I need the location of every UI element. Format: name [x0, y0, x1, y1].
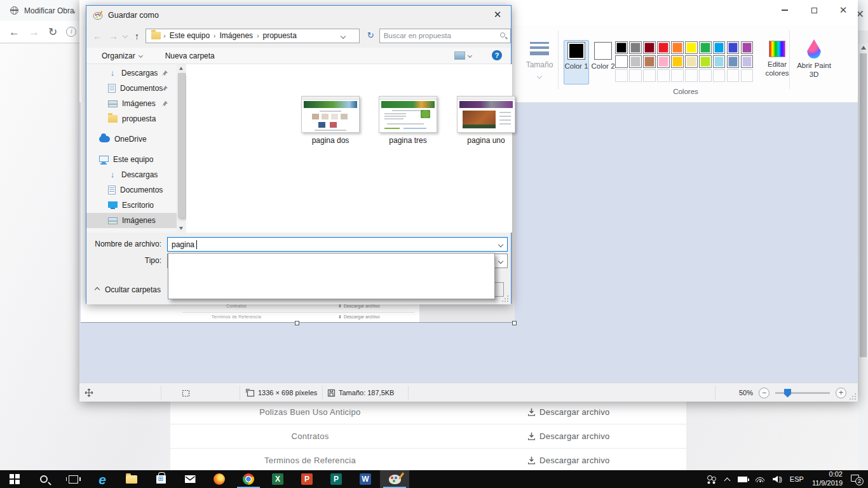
palette-swatch[interactable]: [643, 41, 656, 54]
palette-empty-slot[interactable]: [685, 69, 698, 82]
minimize-button[interactable]: [770, 0, 799, 20]
close-button[interactable]: ✕: [829, 0, 858, 20]
palette-swatch[interactable]: [629, 41, 642, 54]
nav-forward-button[interactable]: →: [109, 30, 118, 41]
task-view-button[interactable]: [58, 470, 88, 488]
file-item-pagina-uno[interactable]: pagina uno: [451, 96, 521, 145]
palette-swatch[interactable]: [727, 41, 740, 54]
breadcrumb-segment[interactable]: Este equipo: [166, 31, 214, 40]
browser-back-button[interactable]: ←: [9, 27, 20, 37]
zoom-out-button[interactable]: −: [759, 388, 770, 398]
selection-handle[interactable]: [512, 321, 517, 325]
hide-folders-button[interactable]: Ocultar carpetas: [95, 285, 161, 294]
new-folder-button[interactable]: Nueva carpeta: [165, 51, 215, 60]
size-button[interactable]: Tamaño: [521, 39, 558, 81]
sidebar-item-descargas[interactable]: ↓ Descargas: [86, 65, 177, 81]
taskbar-edge[interactable]: e: [88, 470, 117, 488]
zoom-slider[interactable]: [775, 392, 830, 394]
scrollbar-down-icon[interactable]: [179, 227, 183, 230]
recent-locations-chevron[interactable]: [123, 33, 128, 38]
palette-swatch[interactable]: [685, 41, 698, 54]
palette-swatch[interactable]: [671, 55, 684, 68]
sidebar-item-escritorio[interactable]: Escritorio: [86, 198, 177, 213]
address-dropdown-chevron[interactable]: [340, 33, 345, 38]
filename-autocomplete-popup[interactable]: [168, 253, 495, 299]
search-box[interactable]: [379, 29, 511, 43]
taskbar-store[interactable]: [146, 470, 175, 488]
edit-colors-button[interactable]: Editar colores: [761, 41, 794, 78]
file-item-pagina-tres[interactable]: pagina tres: [373, 96, 443, 145]
nav-back-button[interactable]: ←: [93, 30, 102, 41]
language-indicator[interactable]: ESP: [790, 475, 804, 483]
sidebar-item-documentos[interactable]: Documentos: [86, 81, 177, 96]
nav-up-button[interactable]: ↑: [135, 30, 140, 41]
sidebar-item-este-equipo[interactable]: Este equipo: [86, 152, 177, 167]
sidebar-scrollbar[interactable]: [177, 64, 186, 233]
address-bar[interactable]: › Este equipo › Imágenes › propuesta ↻: [146, 29, 359, 43]
taskbar-paint[interactable]: [380, 470, 409, 488]
download-link[interactable]: Descargar archivo: [527, 407, 686, 417]
sidebar-item-onedrive[interactable]: OneDrive: [86, 132, 177, 147]
view-mode-button[interactable]: [454, 51, 471, 60]
maximize-button[interactable]: [799, 0, 829, 20]
scrollbar-thumb[interactable]: [860, 53, 867, 357]
volume-icon[interactable]: )): [773, 476, 782, 483]
palette-empty-slot[interactable]: [713, 69, 726, 82]
zoom-in-button[interactable]: +: [836, 388, 846, 398]
organize-button[interactable]: Organizar: [102, 51, 142, 60]
taskbar-word[interactable]: W: [351, 470, 380, 488]
taskbar-chrome[interactable]: [234, 470, 263, 488]
taskbar-mail[interactable]: [175, 470, 205, 488]
refresh-button[interactable]: ↻: [367, 30, 374, 40]
palette-swatch[interactable]: [643, 55, 656, 68]
palette-empty-slot[interactable]: [629, 69, 642, 82]
browser-close-button[interactable]: ✕: [858, 0, 868, 30]
palette-swatch[interactable]: [657, 55, 670, 68]
palette-swatch[interactable]: [657, 41, 670, 54]
dialog-resize-grip[interactable]: [502, 295, 508, 302]
breadcrumb-segment[interactable]: propuesta: [259, 31, 300, 40]
scrollbar-thumb[interactable]: [178, 73, 186, 218]
filename-input[interactable]: pagina: [167, 237, 508, 252]
palette-swatch[interactable]: [615, 41, 628, 54]
file-item-pagina-dos[interactable]: pagina dos: [295, 96, 365, 145]
palette-swatch[interactable]: [699, 41, 712, 54]
wifi-icon[interactable]: [756, 476, 764, 482]
people-icon[interactable]: [707, 475, 717, 483]
palette-swatch[interactable]: [671, 41, 684, 54]
browser-scrollbar[interactable]: [858, 44, 868, 470]
color1-button[interactable]: Color 1: [564, 40, 589, 85]
scrollbar-up-icon[interactable]: [179, 67, 183, 70]
dialog-help-button[interactable]: ?: [492, 50, 502, 60]
sidebar-item-imagenes-pc[interactable]: Imágenes: [86, 213, 177, 228]
palette-empty-slot[interactable]: [657, 69, 670, 82]
resize-grip[interactable]: [850, 393, 856, 400]
palette-swatch[interactable]: [741, 41, 754, 54]
palette-empty-slot[interactable]: [741, 69, 754, 82]
palette-swatch[interactable]: [615, 55, 628, 68]
start-button[interactable]: [0, 470, 29, 488]
dialog-close-button[interactable]: ✕: [491, 8, 505, 21]
open-paint3d-button[interactable]: Abrir Paint 3D: [796, 39, 832, 79]
taskbar-search-button[interactable]: [29, 470, 58, 488]
palette-swatch[interactable]: [713, 41, 726, 54]
palette-empty-slot[interactable]: [727, 69, 740, 82]
selection-handle[interactable]: [295, 321, 299, 325]
tray-expand-icon[interactable]: [724, 477, 731, 484]
color2-button[interactable]: Color 2: [590, 40, 616, 85]
sidebar-item-documentos-pc[interactable]: Documentos: [86, 182, 177, 198]
breadcrumb-segment[interactable]: Imágenes: [215, 31, 257, 40]
palette-empty-slot[interactable]: [699, 69, 712, 82]
taskbar-excel[interactable]: X: [263, 470, 292, 488]
palette-empty-slot[interactable]: [615, 69, 628, 82]
scrollbar-up-icon[interactable]: [861, 46, 866, 50]
palette-swatch[interactable]: [685, 55, 698, 68]
palette-empty-slot[interactable]: [643, 69, 656, 82]
clock[interactable]: 0:02 11/9/2019: [812, 470, 843, 488]
palette-swatch[interactable]: [699, 55, 712, 68]
taskbar-file-explorer[interactable]: [117, 470, 146, 488]
download-link[interactable]: Descargar archivo: [527, 431, 686, 441]
battery-icon[interactable]: [738, 477, 747, 482]
download-link[interactable]: Descargar archivo: [527, 456, 686, 465]
palette-swatch[interactable]: [629, 55, 642, 68]
